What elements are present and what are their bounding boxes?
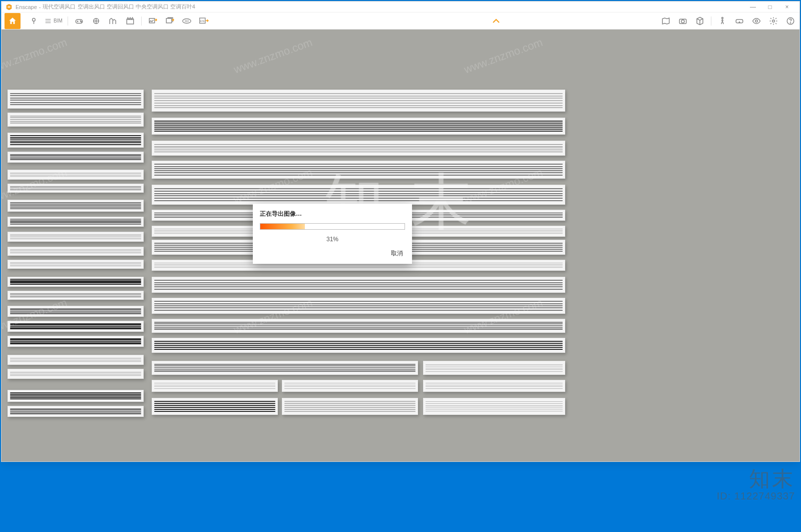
vent-item bbox=[152, 277, 565, 293]
export-batch-icon[interactable] bbox=[164, 15, 176, 27]
progress-bar bbox=[260, 223, 405, 230]
vent-item bbox=[152, 141, 565, 156]
vent-item bbox=[8, 291, 144, 300]
svg-point-3 bbox=[81, 21, 82, 22]
svg-text:360: 360 bbox=[184, 20, 189, 23]
svg-rect-7 bbox=[166, 18, 172, 23]
vent-item bbox=[8, 321, 144, 332]
watermark-bottom-right: 知末 ID: 1122749337 bbox=[717, 468, 795, 502]
pin-icon[interactable] bbox=[28, 15, 40, 27]
vent-item bbox=[423, 361, 565, 375]
settings-icon[interactable] bbox=[767, 15, 779, 27]
vent-item bbox=[8, 217, 144, 227]
dialog-title: 正在导出图像… bbox=[260, 210, 405, 218]
vent-item bbox=[423, 380, 565, 392]
toolbar: BIM 360 EXE bbox=[2, 13, 799, 30]
controller-icon[interactable] bbox=[73, 15, 85, 27]
enscape-logo-icon bbox=[6, 4, 13, 11]
export-image-icon[interactable] bbox=[147, 15, 159, 27]
viewport-3d[interactable]: www.znzmo.com www.znzmo.com www.znzmo.co… bbox=[2, 30, 799, 461]
progress-percent: 31% bbox=[260, 236, 405, 243]
vent-item bbox=[423, 398, 565, 415]
vent-item bbox=[152, 338, 565, 353]
city-icon[interactable] bbox=[107, 15, 119, 27]
home-button[interactable] bbox=[5, 13, 21, 29]
vent-item bbox=[8, 306, 144, 317]
vent-item bbox=[152, 361, 418, 375]
minimize-button[interactable]: — bbox=[744, 2, 761, 12]
vent-item bbox=[282, 398, 418, 415]
vent-item bbox=[8, 369, 144, 379]
vent-item bbox=[8, 260, 144, 269]
minimap-icon[interactable] bbox=[660, 15, 672, 27]
export-exe-icon[interactable]: EXE bbox=[198, 15, 210, 27]
vent-item bbox=[152, 161, 565, 179]
vent-item bbox=[152, 90, 565, 112]
svg-point-13 bbox=[681, 20, 684, 23]
svg-point-16 bbox=[755, 20, 758, 22]
vent-item bbox=[152, 398, 278, 415]
svg-point-0 bbox=[32, 19, 35, 22]
close-button[interactable]: × bbox=[778, 2, 795, 12]
cube-icon[interactable] bbox=[694, 15, 706, 27]
vent-item bbox=[8, 232, 144, 242]
maximize-button[interactable]: □ bbox=[761, 2, 778, 12]
bim-menu-button[interactable]: BIM bbox=[45, 15, 63, 27]
navigate-icon[interactable] bbox=[90, 15, 102, 27]
camera-icon[interactable] bbox=[677, 15, 689, 27]
vent-item bbox=[8, 113, 144, 127]
svg-rect-5 bbox=[127, 20, 134, 24]
clapper-icon[interactable] bbox=[124, 15, 136, 27]
vent-item bbox=[8, 184, 144, 193]
help-icon[interactable] bbox=[784, 15, 796, 27]
document-title: 现代空调风口 空调出风口 空调回风口 中央空调风口 空调百叶4 bbox=[43, 3, 195, 11]
vr-icon[interactable] bbox=[733, 15, 745, 27]
svg-text:EXE: EXE bbox=[200, 20, 205, 22]
vent-item bbox=[8, 247, 144, 256]
vent-item bbox=[152, 380, 278, 392]
vent-item bbox=[8, 406, 144, 417]
svg-point-17 bbox=[772, 20, 775, 22]
vent-item bbox=[8, 90, 144, 109]
cancel-button[interactable]: 取消 bbox=[389, 248, 405, 259]
svg-point-19 bbox=[790, 23, 790, 23]
vent-item bbox=[8, 200, 144, 212]
vent-item bbox=[152, 118, 565, 135]
vent-item bbox=[152, 319, 565, 333]
walk-icon[interactable] bbox=[716, 15, 728, 27]
vent-item bbox=[8, 170, 144, 180]
vent-item bbox=[8, 133, 144, 148]
enscape-window: Enscape - 现代空调风口 空调出风口 空调回风口 中央空调风口 空调百叶… bbox=[1, 1, 800, 462]
vent-item bbox=[8, 152, 144, 163]
desktop: Enscape - 现代空调风口 空调出风口 空调回风口 中央空调风口 空调百叶… bbox=[0, 0, 801, 532]
svg-point-14 bbox=[722, 17, 723, 19]
titlebar: Enscape - 现代空调风口 空调出风口 空调回风口 中央空调风口 空调百叶… bbox=[2, 2, 799, 13]
toolbar-collapse-handle[interactable] bbox=[332, 19, 660, 24]
pano-360-icon[interactable]: 360 bbox=[181, 15, 193, 27]
vent-item bbox=[8, 277, 144, 287]
vent-item bbox=[152, 298, 565, 314]
app-name: Enscape bbox=[16, 4, 37, 10]
vent-item bbox=[152, 185, 565, 205]
vent-item bbox=[8, 336, 144, 347]
eye-icon[interactable] bbox=[750, 15, 762, 27]
vent-item bbox=[8, 390, 144, 402]
vent-item bbox=[8, 355, 144, 365]
vent-item bbox=[282, 380, 418, 392]
export-dialog: 正在导出图像… 31% 取消 bbox=[253, 204, 412, 264]
